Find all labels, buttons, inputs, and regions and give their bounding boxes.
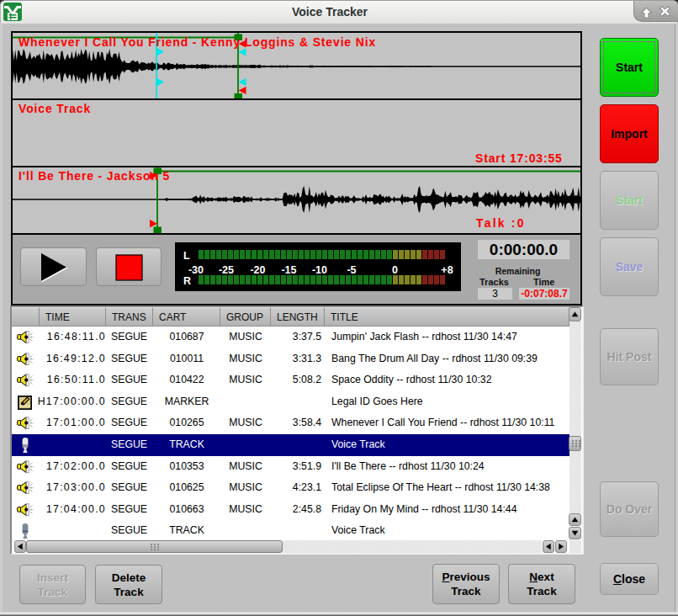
svg-text:-10: -10 [312, 264, 327, 276]
svg-text:-5: -5 [347, 264, 356, 276]
svg-text:-15: -15 [281, 264, 296, 276]
svg-text:0: 0 [392, 264, 398, 276]
svg-text:L: L [183, 250, 190, 262]
svg-text:-30: -30 [188, 264, 204, 276]
svg-text:-25: -25 [219, 264, 234, 276]
svg-text:R: R [183, 275, 191, 287]
svg-text:+8: +8 [441, 264, 453, 276]
svg-text:-20: -20 [250, 264, 265, 276]
